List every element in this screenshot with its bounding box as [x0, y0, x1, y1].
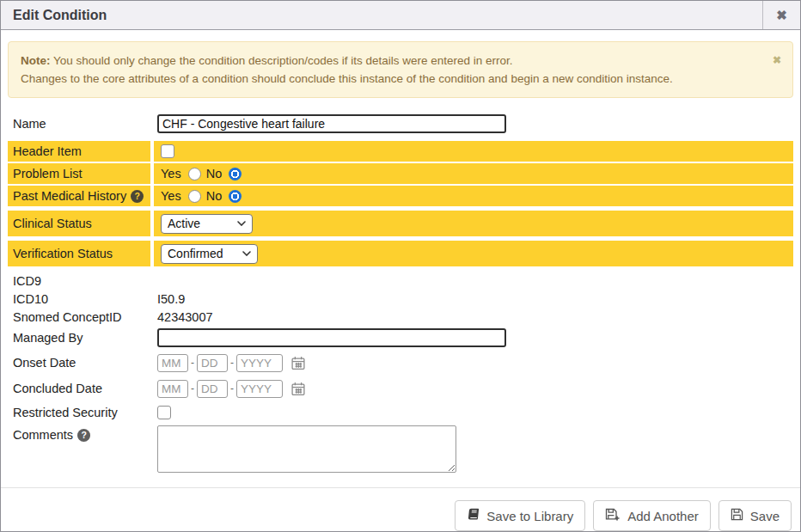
header-item-checkbox[interactable]: [161, 144, 174, 158]
past-medical-history-row: Past Medical History ? Yes No: [8, 186, 793, 206]
note-line2: Changes to the core attributes of a cond…: [21, 70, 767, 88]
problem-list-row: Problem List Yes No: [8, 163, 793, 184]
verification-status-label: Verification Status: [8, 241, 150, 266]
icd10-label: ICD10: [8, 290, 150, 308]
name-input[interactable]: [157, 114, 506, 133]
past-medical-history-label: Past Medical History: [13, 189, 126, 203]
snomed-value: 42343007: [150, 308, 793, 326]
pmh-no-radio[interactable]: [229, 190, 242, 203]
restricted-security-checkbox[interactable]: [157, 406, 171, 419]
icd10-value: I50.9: [150, 290, 793, 308]
verification-status-row: Verification Status Confirmed: [8, 241, 793, 266]
problem-list-no-label: No: [206, 167, 223, 180]
save-plus-icon: [605, 508, 621, 524]
calendar-icon[interactable]: [290, 382, 306, 396]
concluded-date-label: Concluded Date: [8, 376, 150, 401]
edit-condition-dialog: Edit Condition ✖ Note: You should only c…: [0, 0, 801, 532]
comments-row: Comments ?: [8, 425, 793, 473]
dialog-footer: Save to Library Add Another: [1, 487, 800, 531]
concluded-month-input[interactable]: [157, 380, 188, 398]
help-icon[interactable]: ?: [77, 429, 90, 442]
save-label: Save: [750, 509, 780, 523]
save-to-library-label: Save to Library: [486, 509, 573, 523]
dialog-title: Edit Condition: [1, 1, 762, 29]
comments-textarea[interactable]: [157, 425, 456, 473]
dialog-body: Note: You should only change the conditi…: [1, 30, 800, 479]
help-icon[interactable]: ?: [131, 190, 144, 203]
snomed-row: Snomed ConceptID 42343007: [8, 308, 793, 326]
calendar-icon[interactable]: [290, 356, 306, 370]
managed-by-label: Managed By: [8, 326, 150, 349]
problem-list-no-radio[interactable]: [229, 168, 242, 180]
chevron-down-icon: [242, 251, 251, 256]
book-icon: [467, 508, 480, 523]
pmh-no-label: No: [206, 189, 223, 203]
note-text-1: You should only change the condition des…: [51, 54, 513, 67]
note-line1: Note: You should only change the conditi…: [21, 52, 767, 70]
problem-list-yes-radio[interactable]: [188, 168, 201, 180]
date-separator: -: [191, 382, 194, 394]
onset-date-row: Onset Date - -: [8, 351, 793, 375]
problem-list-label: Problem List: [8, 163, 150, 184]
snomed-label: Snomed ConceptID: [8, 308, 150, 326]
problem-list-yes-label: Yes: [161, 167, 181, 180]
pmh-yes-label: Yes: [161, 189, 181, 203]
icd9-row: ICD9: [8, 272, 793, 290]
clinical-status-value: Active: [168, 217, 200, 230]
save-button[interactable]: Save: [718, 500, 792, 531]
condition-form: Name Header Item Problem List Yes No: [8, 112, 793, 473]
clinical-status-row: Clinical Status Active: [8, 211, 793, 236]
managed-by-input[interactable]: [157, 328, 506, 347]
onset-day-input[interactable]: [197, 354, 228, 372]
restricted-security-row: Restricted Security: [8, 402, 793, 423]
pmh-yes-radio[interactable]: [188, 190, 201, 203]
dialog-header: Edit Condition ✖: [1, 1, 800, 30]
header-item-row: Header Item: [8, 141, 793, 162]
concluded-day-input[interactable]: [197, 380, 228, 398]
note-banner: Note: You should only change the conditi…: [8, 41, 793, 98]
icd9-value: [150, 272, 793, 290]
date-separator: -: [230, 382, 234, 394]
managed-by-row: Managed By: [8, 326, 793, 349]
save-to-library-button[interactable]: Save to Library: [455, 500, 585, 531]
date-separator: -: [230, 357, 234, 369]
save-icon: [731, 508, 743, 523]
verification-status-value: Confirmed: [168, 247, 223, 260]
clinical-status-label: Clinical Status: [8, 211, 150, 236]
concluded-year-input[interactable]: [236, 380, 283, 398]
add-another-label: Add Another: [627, 509, 699, 523]
icd10-row: ICD10 I50.9: [8, 290, 793, 308]
close-icon: ✖: [776, 8, 787, 23]
comments-label: Comments: [13, 428, 73, 442]
icd9-label: ICD9: [8, 272, 150, 290]
clinical-status-select[interactable]: Active: [161, 214, 253, 234]
add-another-button[interactable]: Add Another: [593, 500, 711, 531]
onset-year-input[interactable]: [236, 354, 283, 372]
header-item-label: Header Item: [8, 141, 150, 162]
restricted-security-label: Restricted Security: [8, 402, 150, 423]
date-separator: -: [191, 357, 194, 369]
concluded-date-row: Concluded Date - -: [8, 376, 793, 401]
close-button[interactable]: ✖: [762, 1, 800, 29]
verification-status-select[interactable]: Confirmed: [161, 244, 258, 264]
onset-date-label: Onset Date: [8, 351, 150, 375]
note-bold: Note:: [21, 54, 51, 67]
name-label: Name: [8, 112, 150, 136]
chevron-down-icon: [237, 221, 246, 226]
onset-month-input[interactable]: [157, 354, 188, 372]
name-row: Name: [8, 112, 793, 136]
note-dismiss-icon[interactable]: ✖: [773, 52, 781, 70]
